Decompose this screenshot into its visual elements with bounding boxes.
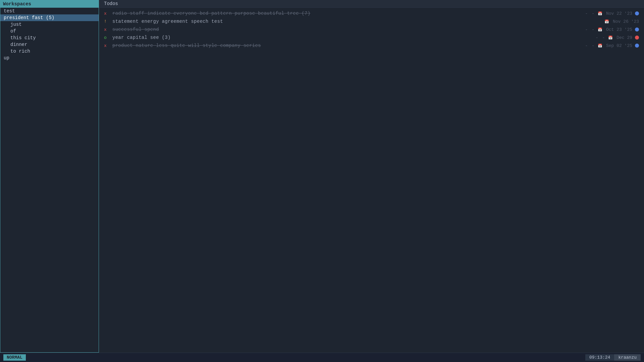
todo-marker-3: o [104,35,111,40]
calendar-icon-4: 📅 [598,44,602,48]
todo-status-dot-2 [635,27,639,32]
todo-date-0: Nov 22 '23 [606,11,632,16]
sidebar-item-just[interactable]: just [0,21,99,28]
todo-meta-0: - - 📅 Nov 22 '23 [579,11,639,16]
todo-date-4: Sep 02 '25 [606,43,632,48]
todo-dashes-4: - - [585,43,595,48]
todo-text-0: radio staff indicate everyone bed patter… [112,11,579,16]
main-header: Todos [99,0,644,8]
todo-date-1: Nov 26 '23 [613,19,639,24]
todo-marker-0: x [104,11,111,16]
todo-marker-1: ! [104,19,111,24]
todos-list: x radio staff indicate everyone bed patt… [99,8,644,353]
table-row[interactable]: x product nature less quite will style c… [99,42,644,50]
todo-status-dot-4 [635,44,639,48]
sidebar-item-president-fast[interactable]: president fast (5) [0,14,99,21]
status-time: 09:13:24 [585,354,614,361]
todo-marker-2: x [104,27,111,32]
todo-text-3: year capital see (3) [112,35,589,40]
todo-meta-4: - - 📅 Sep 02 '25 [579,43,639,48]
todo-dashes-2: - - [585,27,595,32]
todo-text-1: statement energy agreement speech test [112,19,598,24]
table-row[interactable]: x radio staff indicate everyone bed patt… [99,9,644,17]
sidebar-item-this-city[interactable]: this city [0,35,99,41]
status-bar: NORMAL 09:13:24 kraanzu [0,353,644,362]
todo-dashes-3: - - [596,35,605,40]
sidebar-item-dinner[interactable]: dinner [0,41,99,48]
status-right: 09:13:24 kraanzu [585,354,641,361]
calendar-icon-2: 📅 [598,27,602,32]
table-row[interactable]: x successful spend - - 📅 Oct 23 '25 [99,25,644,34]
sidebar-item-to-rich[interactable]: to rich [0,48,99,55]
todo-date-2: Oct 23 '25 [606,27,632,32]
main-content: Todos x radio staff indicate everyone be… [99,0,644,353]
todo-text-2: successful spend [112,27,579,32]
todo-status-dot-3 [635,36,639,40]
calendar-icon-3: 📅 [608,36,613,40]
todo-meta-1: 📅 Nov 26 '23 [598,19,639,24]
todo-meta-3: - - 📅 Dec 29 [589,35,639,40]
todo-date-3: Dec 29 [616,35,632,40]
table-row[interactable]: o year capital see (3) - - 📅 Dec 29 [99,34,644,42]
todo-dashes-0: - - [585,11,595,16]
calendar-icon-0: 📅 [598,11,602,16]
todo-meta-2: - - 📅 Oct 23 '25 [579,27,639,32]
sidebar-item-test[interactable]: test [0,8,99,14]
sidebar: Workspaces test president fast (5) just … [0,0,99,353]
sidebar-item-of[interactable]: of [0,28,99,35]
status-mode: NORMAL [3,354,26,361]
todo-status-dot-0 [635,11,639,15]
table-row[interactable]: ! statement energy agreement speech test… [99,17,644,25]
sidebar-header: Workspaces [0,0,99,8]
sidebar-item-up[interactable]: up [0,55,99,61]
todo-text-4: product nature less quite will style com… [112,43,579,48]
todo-marker-4: x [104,43,111,48]
calendar-icon-1: 📅 [604,19,609,24]
status-user: kraanzu [614,354,641,361]
